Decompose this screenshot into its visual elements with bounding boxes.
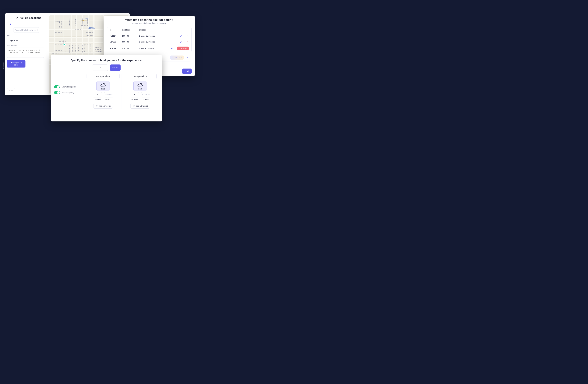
magic-icon [172,57,174,58]
cell-duration: 1 hours 15 minutes [139,41,167,43]
street-label: SW 32nd St [55,44,62,46]
street-label: SW 34th Ter [55,50,62,51]
cell-start: 2:30 PM [122,35,139,37]
table-row: 781114 2:30 PM 1 hours 30 minutes [107,33,191,39]
boat-icon [137,82,143,87]
street-label: SW 88th Pl [78,45,79,52]
vehicle-tile[interactable]: boat [133,81,147,91]
max-label: maximun [142,98,149,100]
edit-button[interactable] [180,41,183,43]
transport-head: Transportation1 [86,74,120,79]
add-time-label: add time [175,57,182,58]
close-icon [186,56,188,58]
street-label: SW 89th Ave [75,19,76,26]
schedule-table: id Start time Duration 781114 2:30 PM 1 … [107,27,192,52]
cell-duration: 1 hours 30 minutes [139,35,167,37]
min-toggle-label: Minimun capacity [62,86,76,88]
cell-id: 781114 [110,35,122,37]
transport-head: Transportation2 [124,74,157,79]
delete-button[interactable] [187,35,189,37]
map-poi: ALDI [85,18,88,19]
add-time-button[interactable]: add time [170,56,184,59]
location-search-input[interactable] [13,27,39,33]
boat-title: Specify the number of boat you use for t… [54,59,159,62]
edit-button[interactable] [171,47,173,50]
map-marker[interactable] [63,43,65,46]
confirm-delete-button[interactable]: Really? [177,47,189,50]
max-capacity-input[interactable] [104,92,113,97]
title-input[interactable] [7,38,31,43]
street-label: SW 88th Ave [82,45,83,53]
location-arrow-icon [15,17,18,20]
clock-icon [96,105,98,107]
schedule-subtitle: You can set multiple start times for eac… [107,22,192,24]
title-label: Title [7,35,49,37]
close-icon [187,35,189,37]
back-button[interactable]: back [7,88,15,93]
cell-start: 3:30 PM [122,47,139,50]
col-start: Start time [122,29,139,31]
street-label: SW 34th St [95,49,102,51]
edit-icon [180,35,183,37]
transport-column: Transportation1 boat minimun maximun add… [84,74,122,109]
street-label: SW 28th St [86,32,93,34]
max-capacity-input[interactable] [141,92,150,97]
street-label: SW 92nd Ave [63,36,65,44]
street-label: SW 92nd Pl [59,21,60,28]
street-label: SW 31st Ter [59,40,66,42]
pickup-title: Pick-up Locations [19,17,41,19]
delete-button[interactable] [187,41,189,43]
min-capacity-input[interactable] [130,92,139,97]
next-button[interactable]: next [182,69,192,74]
vehicle-tile[interactable]: boat [96,81,110,91]
cell-start: 3:00 PM [122,41,139,43]
trash-icon [179,48,180,49]
create-pickup-button[interactable]: Create pick-up point [7,60,25,68]
instructions-textarea[interactable] [7,48,44,58]
street-label: SW 28th St [55,32,62,34]
min-label: minimun [94,98,101,100]
cell-id: 803038 [110,47,122,50]
same-toggle-label: Same capacity [62,92,74,94]
street-label: SW 88th Ave [82,19,83,26]
col-id: id [110,29,122,31]
close-icon [187,41,189,43]
street-label: SW 91st Ct [65,45,67,52]
arrow-left-icon [9,22,13,25]
table-row: 803038 3:30 PM 1 hour 30 minutes Really? [107,45,191,52]
street-label: SW 92nd Ct [61,21,62,28]
street-label: SW 33rd Rd [95,47,102,48]
add-timeslot-button[interactable]: add a timeslot [93,103,113,109]
table-row: 514666 3:00 PM 1 hours 15 minutes [107,39,191,45]
vehicle-label: boat [134,88,146,90]
boat-setup-card: Specify the number of boat you use for t… [51,55,162,121]
instructions-label: Instructions [7,44,49,47]
street-label: SW 35th St [52,52,59,54]
clock-icon [133,105,135,107]
close-add-button[interactable] [186,56,188,59]
col-duration: Duration [139,29,167,31]
transport-column: Transportation2 boat minimun maximun add… [122,74,159,109]
transport-grid: Transportation1 boat minimun maximun add… [84,74,159,109]
cell-id: 514666 [110,41,122,43]
boat-icon [100,82,106,87]
map-poi: Walmart Supercenter [87,27,96,30]
min-capacity-input[interactable] [93,92,102,97]
capacity-toggles: Minimun capacity Same capacity [54,74,84,109]
edit-icon [171,47,173,50]
setup-button[interactable]: set up [110,64,121,71]
street-label: SW 89th Pl [72,45,73,52]
map-poi: La Brasa [82,20,87,22]
table-header: id Start time Duration [107,27,191,33]
street-label: SW 87th Ave [87,19,88,26]
same-capacity-toggle[interactable] [54,91,60,94]
boat-count-input[interactable] [92,64,108,71]
really-label: Really? [181,47,187,49]
max-label: maximun [105,98,112,100]
cell-duration: 1 hour 30 minutes [139,47,167,50]
edit-button[interactable] [180,35,183,37]
edit-icon [180,41,183,43]
back-arrow-button[interactable] [9,22,14,26]
add-timeslot-button[interactable]: add a timeslot [130,103,150,109]
min-capacity-toggle[interactable] [54,85,60,88]
